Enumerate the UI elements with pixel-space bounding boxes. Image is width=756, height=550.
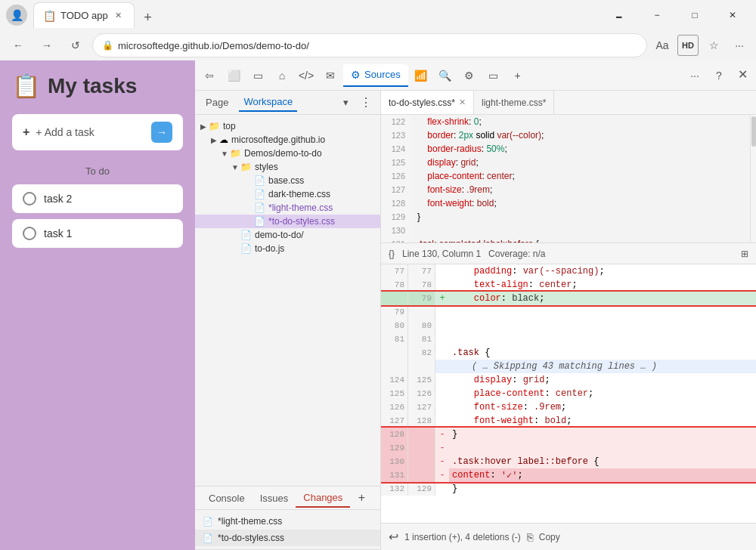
tree-item-todo-styles[interactable]: 📄 *to-do-styles.css <box>195 215 380 228</box>
task1-checkbox[interactable] <box>23 227 36 240</box>
add-panel-button[interactable]: + <box>353 490 370 506</box>
line-num: 126 <box>381 169 411 183</box>
file-icon: 📄 <box>254 216 265 227</box>
hd-button[interactable]: HD <box>677 35 699 56</box>
undo-icon[interactable]: ↩ <box>389 530 398 544</box>
diff-text: } <box>449 428 756 441</box>
tree-item-demo-dir[interactable]: 📄 demo-to-do/ <box>195 228 380 242</box>
reading-mode-button[interactable]: Aa <box>652 35 673 56</box>
tree-item-base[interactable]: 📄 base.css <box>195 174 380 187</box>
devtools-sources-tab[interactable]: ⚙ Sources <box>343 64 408 87</box>
code-tab-light-theme[interactable]: light-theme.css* <box>474 91 554 115</box>
back-button[interactable]: ← <box>6 33 30 57</box>
tree-item-top[interactable]: ▶ 📁 top <box>195 119 380 133</box>
task-item-task2[interactable]: task 2 <box>12 184 183 213</box>
tree-label-demos: Demos/demo-to-do <box>244 148 322 159</box>
devtools-settings-btn[interactable]: ⚙ <box>458 64 481 87</box>
main-content: 📋 My tasks + + Add a task → To do task 2… <box>0 60 756 550</box>
scrollbar-thumb[interactable] <box>751 116 756 147</box>
devtools-console-btn[interactable]: </> <box>295 64 318 87</box>
refresh-button[interactable]: ↺ <box>64 33 88 57</box>
file-tabs-dropdown[interactable]: ▾ <box>343 97 349 108</box>
code-line-123: border: 2px solid var(--color); <box>411 128 750 142</box>
minimize-button[interactable]: − <box>640 3 674 27</box>
diff-new-num: 81 <box>408 332 435 346</box>
diff-marker <box>435 482 449 496</box>
devtools-close-btn[interactable]: ✕ <box>732 64 753 85</box>
devtools-device-button[interactable]: ⬜ <box>222 64 245 87</box>
sources-icon: ⚙ <box>351 69 361 81</box>
add-task-button[interactable]: + + Add a task → <box>12 114 183 150</box>
chevron-down-button[interactable]: 🗕 <box>602 3 637 27</box>
devtools-inspect-button[interactable]: ⇦ <box>198 64 221 87</box>
diff-text: ( … Skipping 43 matching lines … ) <box>449 360 756 373</box>
profile-icon[interactable]: 👤 <box>6 5 27 26</box>
diff-text: .task:hover label::before { <box>449 455 756 468</box>
console-tab[interactable]: Console <box>201 490 253 507</box>
scrollbar-track[interactable] <box>750 115 756 243</box>
browser-tab-todo[interactable]: 📋 TODO app ✕ <box>33 2 135 28</box>
diff-line-127: 127 128 font-weight: bold; <box>381 414 756 428</box>
maximize-button[interactable]: □ <box>677 3 712 27</box>
tree-item-dark[interactable]: 📄 dark-theme.css <box>195 187 380 201</box>
changes-tab[interactable]: Changes <box>296 489 350 508</box>
diff-old-num: 79 <box>381 305 408 319</box>
format-icon[interactable]: ⊞ <box>741 249 748 259</box>
diff-old-num <box>381 346 408 360</box>
devtools-storage-btn[interactable]: ▭ <box>482 64 505 87</box>
todo-header: 📋 My tasks <box>12 73 183 99</box>
code-line-131: .task.completed label::before { <box>411 237 750 243</box>
task-item-task1[interactable]: task 1 <box>12 219 183 248</box>
tree-item-todo-js[interactable]: 📄 to-do.js <box>195 242 380 255</box>
diff-old-num: 80 <box>381 319 408 332</box>
tree-item-styles[interactable]: ▼ 📁 styles <box>195 160 380 174</box>
diff-old-num: 129 <box>381 441 408 455</box>
devtools-panel3-button[interactable]: ▭ <box>246 64 269 87</box>
close-button[interactable]: ✕ <box>715 3 750 27</box>
diff-marker: - <box>435 455 449 468</box>
diff-line-129-del: 129 - <box>381 441 756 455</box>
devtools-elements-button[interactable]: ⌂ <box>271 64 293 87</box>
devtools-help-btn[interactable]: ? <box>708 64 730 87</box>
workspace-tab[interactable]: Workspace <box>239 93 297 112</box>
file-tree: ▶ 📁 top ▶ ☁ microsoftedge.github.io <box>195 115 380 486</box>
task2-checkbox[interactable] <box>23 192 36 205</box>
code-tab-close[interactable]: ✕ <box>459 97 466 107</box>
diff-marker <box>435 264 449 278</box>
lower-left: Page Workspace ▾ ⋮ ▶ 📁 top <box>195 91 381 550</box>
devtools-wifi-btn[interactable]: 📶 <box>410 64 432 87</box>
address-bar[interactable]: 🔒 microsoftedge.github.io/Demos/demo-to-… <box>92 33 647 57</box>
diff-text <box>449 332 756 346</box>
changed-file-light[interactable]: 📄 *light-theme.css <box>195 513 380 530</box>
issues-tab[interactable]: Issues <box>253 490 296 507</box>
copy-label[interactable]: Copy <box>539 532 560 542</box>
tree-item-microsoftedge[interactable]: ▶ ☁ microsoftedge.github.io <box>195 133 380 147</box>
devtools-inspect-btn2[interactable]: 🔍 <box>434 64 457 87</box>
tree-item-demos[interactable]: ▼ 📁 Demos/demo-to-do <box>195 147 380 160</box>
add-task-arrow: → <box>151 122 172 143</box>
devtools-network-btn[interactable]: ✉ <box>319 64 342 87</box>
diff-marker: - <box>435 428 449 441</box>
source-code-area: 122 123 124 125 126 127 128 129 130 131 <box>381 115 756 243</box>
task2-label: task 2 <box>44 193 72 205</box>
forward-button[interactable]: → <box>35 33 59 57</box>
diff-text: text-align: center; <box>449 278 756 292</box>
code-tab-todo-styles[interactable]: to-do-styles.css* ✕ <box>381 91 474 115</box>
devtools-more-btn[interactable]: ··· <box>683 64 706 87</box>
new-tab-button[interactable]: + <box>138 7 159 28</box>
page-tab[interactable]: Page <box>201 94 233 111</box>
file-tabs-more[interactable]: ⋮ <box>358 94 374 111</box>
devtools-add-btn[interactable]: + <box>507 64 529 87</box>
changed-file-todo[interactable]: 📄 *to-do-styles.css <box>195 530 380 546</box>
diff-new-num: 82 <box>408 346 435 360</box>
favorites-button[interactable]: ☆ <box>703 35 724 56</box>
copy-icon[interactable]: ⎘ <box>527 531 533 543</box>
tree-label-styles: styles <box>255 162 278 172</box>
tab-close-button[interactable]: ✕ <box>113 10 125 22</box>
tree-item-light[interactable]: 📄 *light-theme.css <box>195 201 380 215</box>
diff-marker <box>435 332 449 346</box>
browser-more-button[interactable]: ··· <box>729 35 750 56</box>
arrow-icon: ▼ <box>219 150 230 158</box>
diff-marker <box>435 414 449 428</box>
sources-tab-label: Sources <box>364 69 401 80</box>
